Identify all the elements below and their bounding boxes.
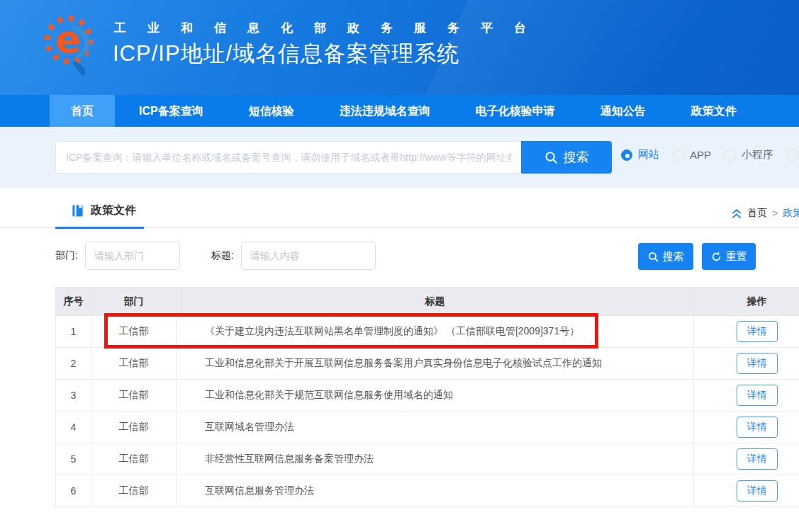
cell-action: 详情 [694, 316, 799, 348]
cell-no: 6 [56, 475, 91, 507]
filter-search-label: 搜索 [663, 250, 684, 264]
filter-reset-label: 重置 [726, 250, 747, 264]
home-icon [731, 208, 742, 219]
breadcrumb: 首页 > 政策文件 [731, 207, 799, 220]
section-title: 政策文件 [91, 203, 136, 218]
title-filter-label: 标题: [211, 249, 234, 262]
page: e 工业和信息化部政务服务平台 ICP/IP地址/域名信息备案管理系统 首页IC… [0, 0, 799, 532]
cell-action: 详情 [694, 412, 799, 443]
table-row: 2工信部工业和信息化部关于开展互联网信息服务备案用户真实身份信息电子化核验试点工… [56, 348, 799, 380]
table-row: 6工信部互联网信息服务管理办法详情 [56, 475, 799, 507]
table-row: 4工信部互联网域名管理办法详情 [56, 412, 799, 443]
cell-title: 工业和信息化部关于规范互联网信息服务使用域名的通知 [177, 380, 694, 412]
detail-button[interactable]: 详情 [737, 385, 778, 406]
search-type-option-4[interactable]: 快应用 [787, 148, 799, 162]
cell-action: 详情 [694, 443, 799, 475]
cell-dept: 工信部 [91, 348, 177, 380]
system-title: ICP/IP地址/域名信息备案管理系统 [113, 39, 459, 69]
nav-item-5[interactable]: 电子化核验申请 [476, 95, 555, 127]
nav-item-4[interactable]: 违法违规域名查询 [340, 95, 430, 127]
cell-no: 1 [56, 316, 91, 348]
dept-filter-label: 部门: [55, 249, 78, 262]
cell-no: 5 [56, 443, 91, 475]
active-tab-underline [55, 227, 144, 229]
icp-search-button-label: 搜索 [564, 149, 589, 166]
reset-refresh-icon [711, 251, 722, 262]
cell-dept: 工信部 [91, 380, 177, 412]
nav-item-7[interactable]: 政策文件 [691, 95, 737, 127]
svg-text:e: e [55, 18, 81, 62]
document-book-icon [71, 204, 84, 217]
cell-action: 详情 [694, 475, 799, 507]
breadcrumb-separator: > [772, 208, 778, 219]
detail-button[interactable]: 详情 [737, 417, 778, 438]
filter-reset-button[interactable]: 重置 [702, 243, 756, 270]
detail-button[interactable]: 详情 [737, 321, 778, 342]
site-header: e 工业和信息化部政务服务平台 ICP/IP地址/域名信息备案管理系统 [0, 0, 799, 95]
table-row: 5工信部非经营性互联网信息服务备案管理办法详情 [56, 443, 799, 475]
miit-gear-logo-icon: e [43, 12, 95, 81]
main-nav: 首页ICP备案查询短信核验违法违规域名查询电子化核验申请通知公告政策文件 [0, 95, 799, 127]
search-type-radios: 网站APP小程序快应用 [621, 148, 799, 162]
filter-toolbar: 部门: 标题: 搜索 重置 [55, 242, 799, 273]
table-row: 3工信部工业和信息化部关于规范互联网信息服务使用域名的通知详情 [56, 380, 799, 412]
breadcrumb-home-link[interactable]: 首页 [747, 207, 767, 220]
cell-title: 互联网信息服务管理办法 [177, 475, 694, 507]
cell-title: 工业和信息化部关于开展互联网信息服务备案用户真实身份信息电子化核验试点工作的通知 [177, 348, 694, 380]
nav-item-3[interactable]: 短信核验 [249, 95, 294, 127]
detail-button[interactable]: 详情 [737, 480, 778, 502]
policy-table: 序号 部门 标题 操作 1工信部《关于建立境内违法互联网站黑名单管理制度的通知》… [55, 287, 799, 507]
table-header-row: 序号 部门 标题 操作 [56, 288, 799, 316]
cell-no: 3 [56, 380, 91, 412]
icp-search-button[interactable]: 搜索 [521, 141, 612, 174]
cell-title: 非经营性互联网信息服务备案管理办法 [177, 443, 694, 475]
radio-icon[interactable] [787, 149, 798, 161]
col-header-action: 操作 [694, 288, 799, 316]
col-header-dept: 部门 [91, 288, 177, 316]
detail-button[interactable]: 详情 [737, 448, 778, 470]
dept-filter-input[interactable] [85, 242, 180, 270]
search-icon [544, 151, 558, 164]
col-header-title: 标题 [177, 288, 694, 316]
search-type-option-1[interactable]: 网站 [621, 148, 659, 162]
platform-name: 工业和信息化部政务服务平台 [114, 20, 547, 36]
radio-icon[interactable] [725, 149, 736, 161]
table-row: 1工信部《关于建立境内违法互联网站黑名单管理制度的通知》 （工信部联电管[200… [56, 316, 799, 348]
cell-title: 互联网域名管理办法 [177, 412, 694, 443]
nav-item-1[interactable]: 首页 [50, 95, 115, 127]
cell-dept: 工信部 [91, 475, 177, 507]
icp-search-input[interactable] [55, 141, 521, 174]
search-type-option-3[interactable]: 小程序 [725, 148, 773, 162]
radio-label: 网站 [638, 148, 659, 162]
title-filter-input[interactable] [241, 242, 376, 270]
cell-dept: 工信部 [91, 412, 177, 443]
nav-item-2[interactable]: ICP备案查询 [139, 95, 203, 127]
radio-label: 小程序 [742, 148, 773, 162]
cell-action: 详情 [694, 348, 799, 380]
cell-action: 详情 [694, 380, 799, 412]
cell-no: 4 [56, 412, 91, 443]
cell-title: 《关于建立境内违法互联网站黑名单管理制度的通知》 （工信部联电管[2009]37… [177, 316, 694, 348]
nav-item-6[interactable]: 通知公告 [600, 95, 646, 127]
radio-label: APP [690, 149, 711, 161]
col-header-no: 序号 [56, 288, 91, 316]
cell-no: 2 [56, 348, 91, 380]
section-bar: 政策文件 首页 > 政策文件 [0, 199, 799, 228]
search-icon [648, 251, 659, 262]
tab-policy-files[interactable]: 政策文件 [55, 203, 142, 218]
breadcrumb-current: 政策文件 [783, 207, 799, 220]
search-type-option-2[interactable]: APP [673, 149, 711, 161]
icp-search-band: 搜索 网站APP小程序快应用 [0, 127, 799, 188]
detail-button[interactable]: 详情 [737, 353, 778, 374]
cell-dept: 工信部 [91, 316, 177, 348]
radio-icon[interactable] [621, 149, 632, 161]
radio-icon[interactable] [673, 149, 684, 161]
filter-search-button[interactable]: 搜索 [638, 243, 693, 270]
cell-dept: 工信部 [91, 443, 177, 475]
